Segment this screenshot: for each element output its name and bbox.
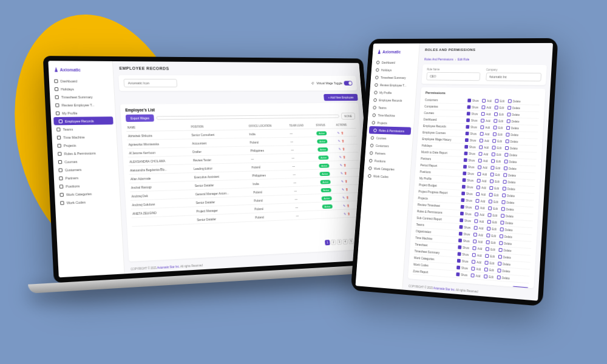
perm-checkbox[interactable]: Add — [474, 226, 484, 230]
perm-checkbox[interactable]: Show — [461, 198, 472, 203]
perm-checkbox[interactable]: Edit — [493, 132, 503, 136]
sidebar-item[interactable]: My Profile — [50, 109, 115, 117]
perm-checkbox[interactable]: Add — [478, 172, 487, 177]
perm-checkbox[interactable]: Show — [459, 225, 470, 229]
perm-checkbox[interactable]: Add — [482, 99, 492, 103]
perm-checkbox[interactable]: Show — [461, 192, 473, 196]
perm-checkbox[interactable]: Add — [471, 274, 481, 278]
sidebar-item[interactable]: Dashboard — [49, 77, 114, 85]
perm-checkbox[interactable]: Edit — [494, 112, 504, 116]
perm-checkbox[interactable]: Delete — [504, 153, 517, 157]
perm-checkbox[interactable]: Edit — [492, 146, 502, 150]
perm-checkbox[interactable]: Add — [482, 106, 492, 109]
sidebar-item[interactable]: Timesheet Summary — [50, 93, 115, 101]
perm-checkbox[interactable]: Show — [467, 105, 478, 109]
edit-icon[interactable]: ✎ — [339, 155, 342, 158]
perm-checkbox[interactable]: Edit — [493, 119, 503, 123]
sidebar-item[interactable]: Review Employee T... — [370, 81, 417, 89]
perm-checkbox[interactable]: Show — [465, 138, 476, 143]
perm-checkbox[interactable]: Add — [480, 139, 489, 143]
copyright-link[interactable]: Axiomatic Star Inc. — [157, 265, 180, 269]
perm-checkbox[interactable]: Add — [472, 260, 481, 264]
perm-checkbox[interactable]: Edit — [487, 227, 497, 231]
save-button[interactable]: Save — [512, 286, 529, 288]
edit-icon[interactable]: ✎ — [344, 212, 347, 215]
perm-checkbox[interactable]: Edit — [488, 206, 498, 211]
perm-checkbox[interactable]: Add — [476, 186, 486, 190]
perm-checkbox[interactable]: Edit — [493, 126, 503, 129]
column-header[interactable]: OFFICE LOCATION — [247, 123, 288, 130]
perm-checkbox[interactable]: Delete — [500, 234, 512, 238]
perm-checkbox[interactable]: Delete — [507, 120, 520, 124]
perm-checkbox[interactable]: Edit — [492, 152, 501, 157]
perm-checkbox[interactable]: Add — [475, 206, 485, 210]
perm-checkbox[interactable]: Show — [467, 99, 479, 103]
perm-checkbox[interactable]: Edit — [495, 106, 504, 109]
perm-checkbox[interactable]: Show — [458, 238, 470, 243]
delete-icon[interactable]: 🗑 — [343, 163, 346, 166]
perm-checkbox[interactable]: Show — [463, 178, 474, 183]
perm-checkbox[interactable]: Delete — [501, 200, 514, 204]
perm-checkbox[interactable]: Delete — [506, 133, 518, 137]
perm-checkbox[interactable]: Add — [476, 199, 486, 203]
perm-checkbox[interactable]: Delete — [497, 275, 510, 280]
sidebar-item[interactable]: Holidays — [371, 66, 418, 74]
perm-checkbox[interactable]: Add — [479, 152, 489, 157]
perm-checkbox[interactable]: Edit — [489, 200, 498, 204]
perm-checkbox[interactable]: Add — [476, 192, 486, 197]
page-button[interactable]: 4 — [342, 239, 348, 244]
delete-icon[interactable]: 🗑 — [345, 179, 348, 182]
perm-checkbox[interactable]: Edit — [490, 180, 500, 184]
perm-checkbox[interactable]: Add — [478, 159, 488, 163]
search-input[interactable] — [157, 115, 339, 120]
delete-icon[interactable]: 🗑 — [342, 155, 345, 158]
perm-checkbox[interactable]: Add — [479, 146, 489, 150]
edit-icon[interactable]: ✎ — [342, 195, 345, 198]
perm-checkbox[interactable]: Add — [473, 246, 483, 251]
delete-icon[interactable]: 🗑 — [341, 139, 344, 142]
perm-checkbox[interactable]: Add — [481, 112, 491, 116]
perm-checkbox[interactable]: Add — [473, 233, 483, 237]
perm-checkbox[interactable]: Show — [462, 185, 473, 189]
brand-logo[interactable]: Axiomatic — [372, 47, 419, 58]
perm-checkbox[interactable]: Delete — [505, 146, 518, 150]
perm-checkbox[interactable]: Edit — [490, 173, 500, 177]
perm-checkbox[interactable]: Edit — [491, 166, 501, 170]
page-button[interactable]: 1 — [325, 240, 330, 245]
edit-icon[interactable]: ✎ — [337, 139, 341, 142]
edit-icon[interactable]: ✎ — [343, 204, 346, 207]
delete-icon[interactable]: 🗑 — [347, 212, 350, 215]
perm-checkbox[interactable]: Add — [481, 119, 490, 123]
delete-icon[interactable]: 🗑 — [345, 187, 348, 190]
perm-checkbox[interactable]: Show — [457, 259, 469, 263]
delete-icon[interactable]: 🗑 — [344, 171, 347, 174]
perm-checkbox[interactable]: Show — [466, 125, 477, 129]
sidebar-item[interactable]: Work Codes — [364, 172, 410, 181]
delete-icon[interactable]: 🗑 — [346, 195, 349, 198]
perm-checkbox[interactable]: Delete — [498, 255, 511, 260]
perm-checkbox[interactable]: Delete — [504, 160, 517, 164]
delete-icon[interactable]: 🗑 — [341, 130, 344, 133]
edit-icon[interactable]: ✎ — [342, 187, 345, 190]
column-header[interactable]: ACTIONS — [334, 122, 356, 129]
perm-checkbox[interactable]: Delete — [500, 221, 513, 225]
column-header[interactable]: STATUS — [314, 122, 335, 129]
perm-checkbox[interactable]: Delete — [501, 207, 514, 211]
perm-checkbox[interactable]: Delete — [503, 173, 516, 177]
edit-icon[interactable]: ✎ — [338, 147, 341, 150]
perm-checkbox[interactable]: Edit — [495, 99, 505, 103]
perm-checkbox[interactable]: Show — [464, 152, 475, 156]
perm-checkbox[interactable]: Edit — [484, 268, 494, 272]
perm-checkbox[interactable]: Edit — [486, 247, 495, 251]
export-wages-button[interactable]: Export Wages — [126, 115, 154, 122]
perm-checkbox[interactable]: Edit — [485, 261, 495, 265]
perm-checkbox[interactable]: Edit — [489, 186, 499, 190]
perm-checkbox[interactable]: Show — [461, 205, 472, 209]
perm-checkbox[interactable]: Show — [458, 245, 469, 249]
perm-checkbox[interactable]: Add — [473, 240, 483, 244]
perm-checkbox[interactable]: Add — [475, 212, 484, 217]
perm-checkbox[interactable]: Add — [475, 219, 484, 223]
edit-icon[interactable]: ✎ — [341, 179, 344, 182]
sidebar-item[interactable]: Work Codes — [55, 197, 121, 207]
perm-checkbox[interactable]: Edit — [487, 220, 497, 224]
